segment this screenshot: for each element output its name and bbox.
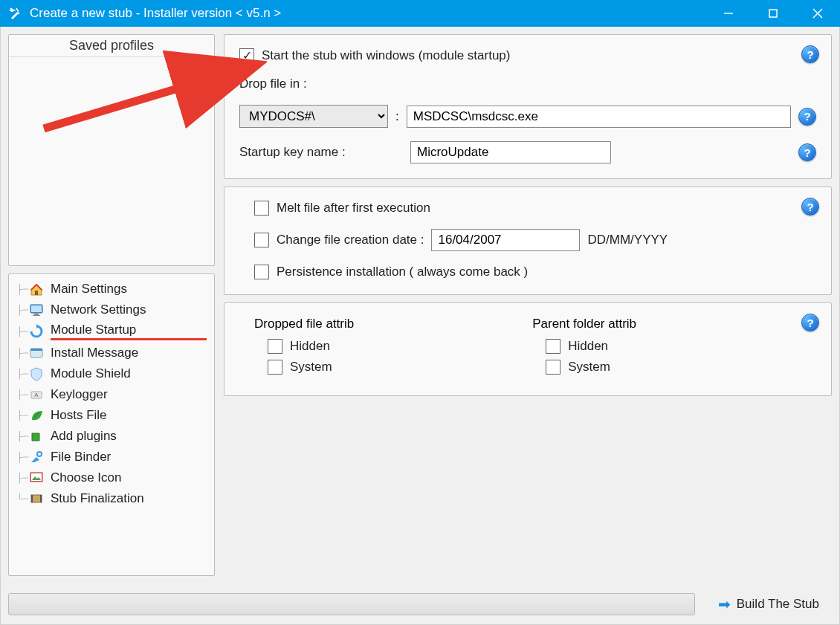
creation-date-input[interactable] xyxy=(431,229,580,251)
svg-text:A: A xyxy=(34,392,39,398)
svg-rect-10 xyxy=(33,315,40,316)
leaf-icon xyxy=(28,407,45,424)
maximize-button[interactable] xyxy=(751,0,795,27)
help-icon[interactable]: ? xyxy=(801,198,819,216)
nav-item-network-settings[interactable]: ├┄Network Settings xyxy=(12,299,211,320)
nav-item-label: File Binder xyxy=(51,450,207,464)
app-icon xyxy=(7,5,24,22)
nav-item-label: Hosts File xyxy=(51,408,207,423)
nav-item-choose-icon[interactable]: ├┄Choose Icon xyxy=(12,467,211,488)
svg-rect-23 xyxy=(40,495,42,502)
help-icon[interactable]: ? xyxy=(801,314,819,331)
parent-attrib-title: Parent folder attrib xyxy=(532,317,636,331)
dropped-system-label: System xyxy=(290,360,332,375)
nav-item-main-settings[interactable]: ├┄Main Settings xyxy=(12,279,211,299)
persistence-label: Persistence installation ( always come b… xyxy=(277,265,528,279)
build-stub-label: Build The Stub xyxy=(737,597,819,612)
melt-file-label: Melt file after first execution xyxy=(277,201,430,216)
persistence-checkbox[interactable] xyxy=(254,265,269,279)
build-progress xyxy=(8,593,695,615)
saved-profiles-panel: Saved profiles xyxy=(8,34,215,266)
svg-point-0 xyxy=(18,13,20,15)
minimize-button[interactable] xyxy=(706,0,751,27)
drop-file-in-label: Drop file in : xyxy=(239,77,307,91)
startup-group: ? Start the stub with windows (module st… xyxy=(224,34,832,179)
nav-item-label: Stub Finalization xyxy=(51,491,207,506)
dropped-attrib-title: Dropped file attrib xyxy=(254,317,354,331)
start-with-windows-label: Start the stub with windows (module star… xyxy=(262,48,510,63)
saved-profiles-label: Saved profiles xyxy=(9,35,214,57)
image-icon xyxy=(28,470,45,486)
tool-icon xyxy=(28,449,45,465)
nav-item-add-plugins[interactable]: ├┄Add plugins xyxy=(12,426,211,447)
message-icon xyxy=(28,345,45,361)
nav-item-module-startup[interactable]: ├┄Module Startup xyxy=(12,320,211,343)
puzzle-icon xyxy=(28,428,45,444)
nav-item-label: Network Settings xyxy=(51,302,207,317)
shield-icon xyxy=(28,366,45,382)
nav-item-keylogger[interactable]: ├┄AKeylogger xyxy=(12,384,211,405)
startup-key-label: Startup key name : xyxy=(239,145,403,160)
key-icon: A xyxy=(28,386,45,403)
refresh-icon xyxy=(28,323,45,340)
startup-key-input[interactable] xyxy=(410,141,611,163)
home-icon xyxy=(28,281,45,297)
drop-path-input[interactable] xyxy=(407,106,791,128)
nav-item-hosts-file[interactable]: ├┄Hosts File xyxy=(12,405,211,426)
help-icon[interactable]: ? xyxy=(798,143,816,161)
date-format-hint: DD/MM/YYYY xyxy=(587,233,668,247)
build-stub-button[interactable]: ➡ Build The Stub xyxy=(705,592,832,617)
nav-item-label: Install Message xyxy=(51,346,207,360)
build-arrow-icon: ➡ xyxy=(718,595,731,613)
drop-folder-select[interactable]: MYDOCS#\ xyxy=(239,105,388,128)
start-with-windows-checkbox[interactable] xyxy=(239,48,254,63)
svg-rect-9 xyxy=(34,314,39,315)
monitor-icon xyxy=(28,302,45,318)
change-date-checkbox[interactable] xyxy=(254,233,269,247)
film-icon xyxy=(28,490,45,507)
nav-item-label: Add plugins xyxy=(51,429,207,444)
melt-file-checkbox[interactable] xyxy=(254,201,269,216)
parent-hidden-checkbox[interactable] xyxy=(546,339,560,354)
nav-item-label: Module Startup xyxy=(51,323,207,340)
close-button[interactable] xyxy=(795,0,840,27)
svg-rect-21 xyxy=(31,495,42,502)
change-date-label: Change file creation date : xyxy=(277,233,424,247)
nav-item-file-binder[interactable]: ├┄File Binder xyxy=(12,447,211,467)
nav-item-stub-finalization[interactable]: └┄Stub Finalization xyxy=(12,488,211,509)
nav-item-module-shield[interactable]: ├┄Module Shield xyxy=(12,363,211,384)
nav-item-label: Module Shield xyxy=(51,366,207,381)
nav-item-install-message[interactable]: ├┄Install Message xyxy=(12,343,211,363)
dropped-system-checkbox[interactable] xyxy=(268,360,282,375)
attrib-group: ? Dropped file attrib Hidden System xyxy=(224,302,832,396)
help-icon[interactable]: ? xyxy=(798,108,816,126)
svg-rect-8 xyxy=(31,305,42,312)
nav-item-label: Keylogger xyxy=(51,387,207,402)
svg-rect-2 xyxy=(769,10,777,17)
file-options-group: ? Melt file after first execution Change… xyxy=(224,187,832,295)
path-separator: : xyxy=(395,109,399,124)
svg-rect-13 xyxy=(30,349,42,351)
nav-panel: ├┄Main Settings├┄Network Settings├┄Modul… xyxy=(8,273,215,576)
svg-rect-22 xyxy=(31,495,33,502)
dropped-hidden-checkbox[interactable] xyxy=(268,339,282,354)
nav-item-label: Choose Icon xyxy=(51,470,207,485)
help-icon[interactable]: ? xyxy=(801,45,819,63)
parent-hidden-label: Hidden xyxy=(568,339,608,354)
svg-rect-5 xyxy=(35,291,38,295)
titlebar: Create a new stub - Installer version < … xyxy=(0,0,840,27)
nav-item-label: Main Settings xyxy=(51,282,207,297)
parent-system-checkbox[interactable] xyxy=(546,360,560,375)
svg-point-17 xyxy=(37,452,42,456)
window-title: Create a new stub - Installer version < … xyxy=(30,6,706,21)
dropped-hidden-label: Hidden xyxy=(290,339,330,354)
parent-system-label: System xyxy=(568,360,610,375)
